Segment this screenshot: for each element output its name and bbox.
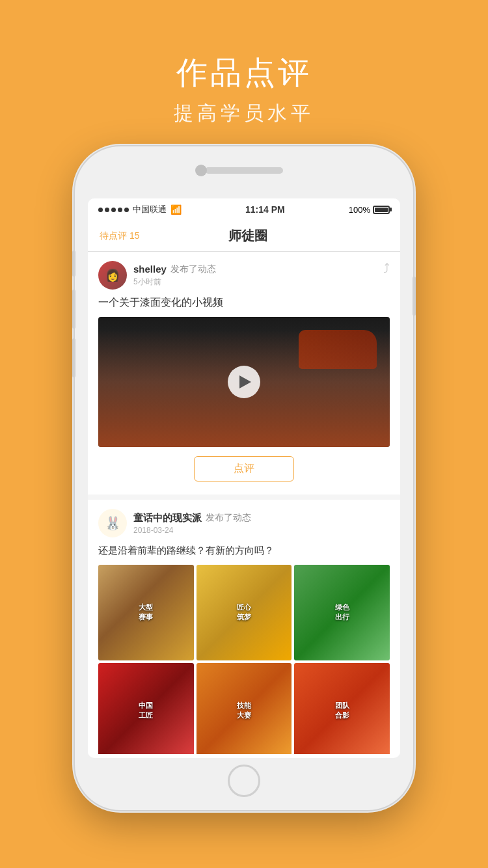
grid-image-6[interactable]: 团队合影 xyxy=(294,663,390,754)
pending-review-label: 待点评 15 xyxy=(100,230,139,242)
carrier-label: 中国联通 xyxy=(133,204,167,215)
username-1[interactable]: shelley xyxy=(133,264,167,275)
grid-image-2[interactable]: 匠心筑梦 xyxy=(197,565,292,660)
signal-dot-2 xyxy=(105,208,109,212)
post-time-2: 2018-03-24 xyxy=(133,526,251,535)
wifi-icon: 📶 xyxy=(170,204,182,215)
battery-fill xyxy=(375,208,388,212)
signal-dots xyxy=(98,208,129,212)
play-triangle-icon xyxy=(239,375,251,388)
status-time: 11:14 PM xyxy=(245,204,285,215)
header-title: 作品点评 xyxy=(174,52,314,94)
post-text-2: 还是沿着前辈的路继续？有新的方向吗？ xyxy=(98,543,390,558)
grid-image-5[interactable]: 技能大赛 xyxy=(197,663,292,754)
post-user-2: 🐰 童话中的现实派 发布了动态 2018-03-24 xyxy=(98,509,251,537)
post-user-1: 👩 shelley 发布了动态 5小时前 xyxy=(98,261,216,290)
signal-dot-1 xyxy=(98,208,103,212)
battery-percent: 100% xyxy=(349,205,370,215)
grid-img-label-1: 大型赛事 xyxy=(139,603,153,622)
phone-screen: 中国联通 📶 11:14 PM 100% 待点评 15 师徒圈 xyxy=(88,198,400,758)
avatar-image-2: 🐰 xyxy=(98,509,127,537)
post-header-1: 👩 shelley 发布了动态 5小时前 ⤴ xyxy=(98,261,390,290)
phone-mockup: 中国联通 📶 11:14 PM 100% 待点评 15 师徒圈 xyxy=(75,146,413,810)
header-subtitle: 提高学员水平 xyxy=(174,100,314,127)
post-time-1: 5小时前 xyxy=(133,277,216,288)
review-button[interactable]: 点评 xyxy=(194,456,294,481)
phone-speaker xyxy=(205,167,283,174)
video-bg-1 xyxy=(98,317,390,447)
volume-up-button xyxy=(72,290,75,329)
home-button[interactable] xyxy=(228,765,260,797)
signal-dot-5 xyxy=(124,208,129,212)
phone-camera xyxy=(195,165,207,176)
video-player-1[interactable] xyxy=(98,317,390,447)
header-section: 作品点评 提高学员水平 xyxy=(174,52,314,127)
user-info-2: 童话中的现实派 发布了动态 2018-03-24 xyxy=(133,512,251,535)
username-row-1: shelley 发布了动态 xyxy=(133,264,216,275)
grid-img-label-6: 团队合影 xyxy=(335,701,349,720)
user-info-1: shelley 发布了动态 5小时前 xyxy=(133,264,216,288)
action-text-1: 发布了动态 xyxy=(170,264,216,275)
status-right: 100% xyxy=(349,205,390,215)
mute-button xyxy=(72,251,75,277)
username-2[interactable]: 童话中的现实派 xyxy=(133,512,202,524)
volume-down-button xyxy=(72,338,75,377)
grid-image-4[interactable]: 中国工匠 xyxy=(98,663,194,754)
username-row-2: 童话中的现实派 发布了动态 xyxy=(133,512,251,524)
signal-dot-4 xyxy=(118,208,122,212)
nav-bar: 待点评 15 师徒圈 xyxy=(88,221,400,252)
grid-img-label-5: 技能大赛 xyxy=(237,701,251,720)
nav-title: 师徒圈 xyxy=(228,227,267,245)
status-bar: 中国联通 📶 11:14 PM 100% xyxy=(88,198,400,221)
more-options-icon-1[interactable]: ⤴ xyxy=(383,261,390,276)
post-card-1: 👩 shelley 发布了动态 5小时前 ⤴ 一个关于漆面变化的小视频 xyxy=(88,252,400,495)
grid-image-3[interactable]: 绿色出行 xyxy=(294,565,390,660)
grid-img-label-4: 中国工匠 xyxy=(139,701,153,720)
status-left: 中国联通 📶 xyxy=(98,204,182,215)
avatar-1: 👩 xyxy=(98,261,127,290)
image-grid-2: 大型赛事 匠心筑梦 绿色出行 中国工匠 技能大赛 团队合影 xyxy=(98,565,390,754)
avatar-image-1: 👩 xyxy=(98,261,127,290)
avatar-2: 🐰 xyxy=(98,509,127,537)
grid-img-label-3: 绿色出行 xyxy=(335,603,349,622)
play-button-1[interactable] xyxy=(228,366,260,398)
post-card-2: 🐰 童话中的现实派 发布了动态 2018-03-24 还是沿着前辈的路继续？有新… xyxy=(88,500,400,754)
post-text-1: 一个关于漆面变化的小视频 xyxy=(98,295,390,310)
post-header-2: 🐰 童话中的现实派 发布了动态 2018-03-24 xyxy=(98,509,390,537)
action-text-2: 发布了动态 xyxy=(206,512,251,524)
grid-image-1[interactable]: 大型赛事 xyxy=(98,565,194,660)
grid-img-label-2: 匠心筑梦 xyxy=(237,603,251,622)
power-button xyxy=(413,277,416,316)
battery-icon xyxy=(373,206,390,214)
feed-content: 👩 shelley 发布了动态 5小时前 ⤴ 一个关于漆面变化的小视频 xyxy=(88,252,400,754)
signal-dot-3 xyxy=(111,208,116,212)
review-btn-container: 点评 xyxy=(98,456,390,481)
